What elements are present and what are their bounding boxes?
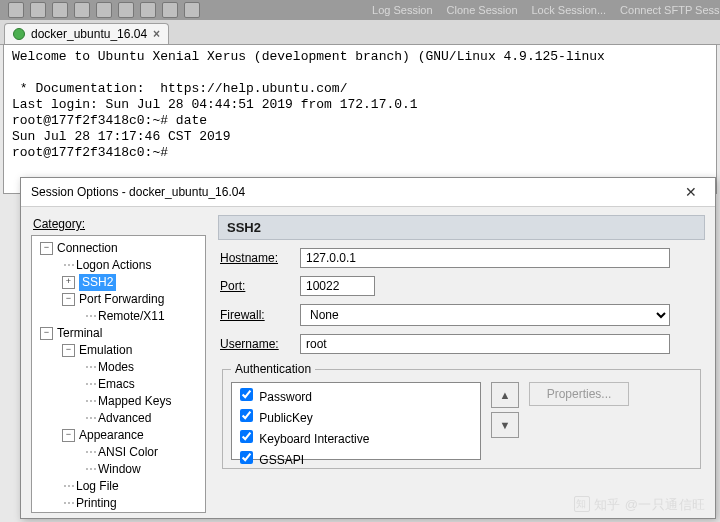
port-label: Port:: [220, 279, 300, 293]
tree-terminal[interactable]: Terminal: [57, 325, 102, 342]
auth-properties-button: Properties...: [529, 382, 629, 406]
toolbar-icon[interactable]: [30, 2, 46, 18]
pane-header: SSH2: [218, 215, 705, 240]
term-line: root@177f2f3418c0:~#: [12, 145, 168, 160]
tree-modes[interactable]: Modes: [98, 359, 134, 376]
term-line: Last login: Sun Jul 28 04:44:51 2019 fro…: [12, 97, 418, 112]
tree-mapped-keys[interactable]: Mapped Keys: [98, 393, 171, 410]
auth-password-check[interactable]: [240, 388, 253, 401]
tree-ansi-color[interactable]: ANSI Color: [98, 444, 158, 461]
tab-label: docker_ubuntu_16.04: [31, 27, 147, 41]
menu-connect-sftp[interactable]: Connect SFTP Sessi: [620, 4, 720, 16]
hostname-label: Hostname:: [220, 251, 300, 265]
username-label: Username:: [220, 337, 300, 351]
auth-list[interactable]: Password PublicKey Keyboard Interactive …: [231, 382, 481, 460]
session-options-dialog: Session Options - docker_ubuntu_16.04 ✕ …: [20, 177, 716, 519]
menu-clone-session[interactable]: Clone Session: [447, 4, 518, 16]
tree-advanced[interactable]: Advanced: [98, 410, 151, 427]
dialog-title: Session Options - docker_ubuntu_16.04: [31, 185, 245, 199]
auth-keyboard-check[interactable]: [240, 430, 253, 443]
term-line: root@177f2f3418c0:~# date: [12, 113, 207, 128]
tab-close-icon[interactable]: ×: [153, 27, 160, 41]
dialog-titlebar[interactable]: Session Options - docker_ubuntu_16.04 ✕: [21, 178, 715, 207]
auth-password-label: Password: [259, 390, 312, 404]
term-line: Welcome to Ubuntu Xenial Xerus (developm…: [12, 49, 605, 64]
collapse-icon[interactable]: −: [40, 242, 53, 255]
collapse-icon[interactable]: −: [40, 327, 53, 340]
toolbar-icon[interactable]: [118, 2, 134, 18]
toolbar-icon[interactable]: [74, 2, 90, 18]
term-line: * Documentation: https://help.ubuntu.com…: [12, 81, 347, 96]
collapse-icon[interactable]: −: [62, 429, 75, 442]
tree-printing[interactable]: Printing: [76, 495, 117, 512]
tree-window[interactable]: Window: [98, 461, 141, 478]
menu-lock-session[interactable]: Lock Session...: [532, 4, 607, 16]
tree-logon-actions[interactable]: Logon Actions: [76, 257, 151, 274]
category-label: Category:: [33, 217, 206, 231]
tab-bar: docker_ubuntu_16.04 ×: [0, 20, 720, 45]
auth-gssapi-label: GSSAPI: [259, 453, 304, 467]
tree-remote-x11[interactable]: Remote/X11: [98, 308, 165, 325]
firewall-label: Firewall:: [220, 308, 300, 322]
toolbar-icon[interactable]: [162, 2, 178, 18]
firewall-select[interactable]: None: [300, 304, 670, 326]
tree-emulation[interactable]: Emulation: [79, 342, 132, 359]
category-tree[interactable]: −Connection ⋯Logon Actions +SSH2 −Port F…: [31, 235, 206, 513]
tree-log-file[interactable]: Log File: [76, 478, 119, 495]
authentication-group: Authentication Password PublicKey Keyboa…: [222, 362, 701, 469]
hostname-input[interactable]: [300, 248, 670, 268]
auth-keyboard-label: Keyboard Interactive: [259, 432, 369, 446]
username-input[interactable]: [300, 334, 670, 354]
terminal-output[interactable]: Welcome to Ubuntu Xenial Xerus (developm…: [3, 44, 717, 194]
tree-appearance[interactable]: Appearance: [79, 427, 144, 444]
collapse-icon[interactable]: −: [62, 293, 75, 306]
expand-icon[interactable]: +: [62, 276, 75, 289]
term-line: Sun Jul 28 17:17:46 CST 2019: [12, 129, 230, 144]
tree-ssh2[interactable]: SSH2: [79, 274, 116, 291]
tree-emacs[interactable]: Emacs: [98, 376, 135, 393]
port-input[interactable]: [300, 276, 375, 296]
auth-publickey-check[interactable]: [240, 409, 253, 422]
toolbar-icon[interactable]: [8, 2, 24, 18]
auth-gssapi-check[interactable]: [240, 451, 253, 464]
auth-move-down-button[interactable]: ▼: [491, 412, 519, 438]
toolbar-icon[interactable]: [52, 2, 68, 18]
connected-status-icon: [13, 28, 25, 40]
toolbar-icon[interactable]: [96, 2, 112, 18]
app-toolbar: Log Session Clone Session Lock Session..…: [0, 0, 720, 20]
session-tab[interactable]: docker_ubuntu_16.04 ×: [4, 23, 169, 44]
dialog-close-button[interactable]: ✕: [673, 181, 709, 203]
tree-port-forwarding[interactable]: Port Forwarding: [79, 291, 164, 308]
tree-connection[interactable]: Connection: [57, 240, 118, 257]
auth-publickey-label: PublicKey: [259, 411, 312, 425]
collapse-icon[interactable]: −: [62, 344, 75, 357]
menu-log-session[interactable]: Log Session: [372, 4, 433, 16]
auth-legend: Authentication: [231, 362, 315, 376]
toolbar-icon[interactable]: [184, 2, 200, 18]
toolbar-icon[interactable]: [140, 2, 156, 18]
auth-move-up-button[interactable]: ▲: [491, 382, 519, 408]
